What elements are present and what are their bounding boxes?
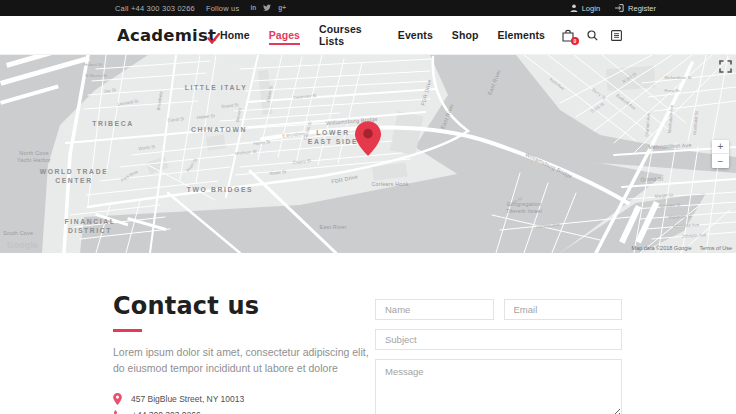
map-label: Worth St <box>138 144 156 151</box>
map-marker-icon[interactable] <box>355 121 381 156</box>
search-button[interactable] <box>587 30 598 41</box>
logo-checkmark-icon <box>207 33 220 44</box>
map-label: Frost St <box>664 88 680 93</box>
map-label: TRIBECA <box>92 120 133 127</box>
logo-text: Academist <box>117 26 216 45</box>
name-input[interactable] <box>375 299 494 320</box>
map-label: Hubert St <box>84 62 103 67</box>
map-label: Broadway <box>156 90 164 110</box>
map-label: Kent Ave <box>549 77 566 92</box>
map-label: LOWER <box>316 129 349 136</box>
map-label: CHINATOWN <box>191 126 247 133</box>
map-label: Madison St <box>235 149 258 157</box>
topbar: Call +44 300 303 0266 Follow us in g+ Lo… <box>0 0 736 16</box>
main-nav: Home Pages Courses Lists Events Shop Ele… <box>220 20 545 51</box>
map-label: Cherry St <box>293 158 312 165</box>
subject-input[interactable] <box>375 329 622 350</box>
google-logo[interactable]: Google <box>7 240 38 250</box>
map-label: Richardson St <box>665 75 693 80</box>
nav-item-home[interactable]: Home <box>220 26 250 45</box>
contact-info-list: 457 BigBlue Street, NY 10013 +44 300 303… <box>113 393 375 414</box>
map-label: EAST SIDE <box>308 138 358 145</box>
logo[interactable]: Academist <box>117 26 220 45</box>
map-zoom-control: + − <box>712 140 729 168</box>
phone-number: Call +44 300 303 0266 <box>115 4 195 13</box>
map-label: LITTLE ITALY <box>185 84 248 91</box>
contact-phone-row: +44 300 303 0266 <box>113 410 375 414</box>
map-label: Metropolitan Ave <box>648 142 692 150</box>
map-label: South Cove <box>3 230 33 236</box>
nav-item-elements[interactable]: Elements <box>498 26 546 45</box>
cart-count-badge: 0 <box>571 37 579 45</box>
linkedin-icon[interactable]: in <box>250 5 256 12</box>
contact-address-row: 457 BigBlue Street, NY 10013 <box>113 393 375 405</box>
map-label: FDR Drive <box>331 174 359 185</box>
map-label: WORLD TRADE <box>40 168 109 175</box>
nav-item-events[interactable]: Events <box>398 26 433 45</box>
google-plus-icon[interactable]: g+ <box>278 5 286 12</box>
zoom-out-button[interactable]: − <box>712 154 729 168</box>
map-label: DISTRICT <box>68 227 112 234</box>
twitter-icon[interactable] <box>263 4 271 13</box>
map-fullscreen-button[interactable] <box>719 59 733 73</box>
map-label: Canal St <box>167 116 185 123</box>
terms-of-use-link[interactable]: Terms of Use <box>700 245 732 251</box>
cart-button[interactable]: 0 <box>562 29 574 42</box>
map-label: East River <box>320 224 347 230</box>
phone-icon <box>113 410 123 414</box>
nav-item-courses-lists[interactable]: Courses Lists <box>319 20 379 51</box>
nav-item-shop[interactable]: Shop <box>452 26 479 45</box>
map-label: North Cove <box>19 150 48 156</box>
zoom-in-button[interactable]: + <box>712 140 729 154</box>
nav-item-pages[interactable]: Pages <box>269 26 300 45</box>
register-button[interactable]: Register <box>615 4 656 13</box>
map-label: Humboldt St <box>692 110 699 135</box>
sign-in-icon <box>615 4 624 12</box>
page-title: Contact us <box>113 292 375 320</box>
map-label: FDR Drive <box>420 79 433 107</box>
map-label: FINANCIAL <box>64 218 115 225</box>
site-header: Academist Home Pages Courses Lists Event… <box>0 16 736 55</box>
login-button[interactable]: Login <box>570 4 600 13</box>
map-label: Hester St <box>197 113 216 120</box>
map-label: Johnson Ave <box>681 232 706 239</box>
map-label: CENTER <box>55 177 93 184</box>
side-area-button[interactable] <box>611 30 622 41</box>
contact-form <box>375 299 622 414</box>
follow-us-label: Follow us <box>206 4 239 13</box>
email-input[interactable] <box>504 299 623 320</box>
map-label: Water St <box>269 169 287 176</box>
map-attribution: Map data ©2018 Google <box>632 245 692 251</box>
map-label: Yacht Harbor <box>17 157 51 163</box>
map-label: Corlears Hook <box>371 181 408 187</box>
contact-description: Lorem ipsum dolor sit amet, consectetur … <box>113 345 371 377</box>
map-label: N Moore St <box>85 73 108 78</box>
map-label: Montrose Ave <box>673 222 700 229</box>
message-textarea[interactable] <box>375 359 622 414</box>
map-label: Henry St <box>253 139 271 146</box>
map-label: TWO BRIDGES <box>187 186 253 193</box>
map-label: Tifereth Israel <box>506 208 542 214</box>
title-accent-bar <box>113 329 142 332</box>
map-label: Maujer St <box>655 192 674 198</box>
map-label: Grand St <box>640 175 664 182</box>
map-label: Park Row <box>120 168 139 182</box>
location-pin-icon <box>113 393 122 405</box>
google-map[interactable]: LITTLE ITALYTRIBECACHINATOWNWORLD TRADEC… <box>0 55 736 253</box>
user-icon <box>570 4 578 12</box>
list-menu-icon <box>611 30 622 41</box>
search-icon <box>587 30 598 41</box>
contact-section: Contact us Lorem ipsum dolor sit amet, c… <box>0 253 736 414</box>
